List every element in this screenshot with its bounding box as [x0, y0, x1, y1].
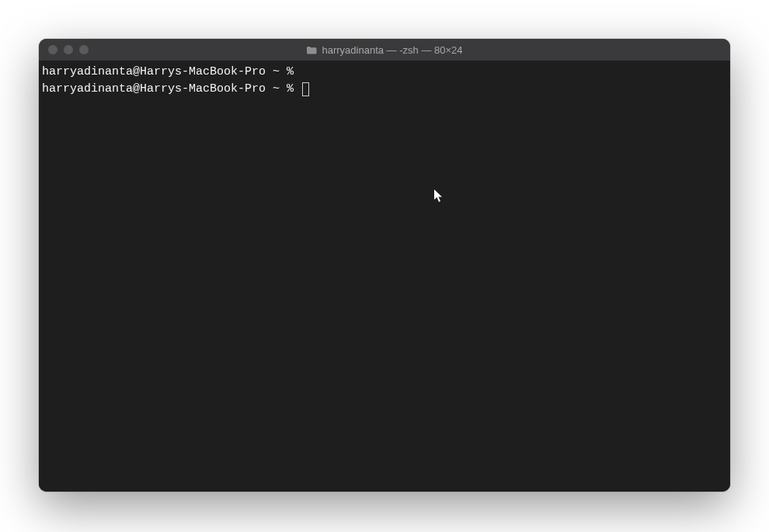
terminal-cursor — [302, 82, 309, 96]
shell-prompt: harryadinanta@Harrys-MacBook-Pro ~ % — [42, 64, 301, 81]
mouse-pointer-icon — [433, 189, 444, 203]
terminal-line: harryadinanta@Harrys-MacBook-Pro ~ % — [42, 81, 727, 98]
maximize-button[interactable] — [79, 45, 89, 54]
title-content: harryadinanta — -zsh — 80×24 — [39, 44, 730, 56]
titlebar[interactable]: harryadinanta — -zsh — 80×24 — [39, 39, 730, 61]
window-title: harryadinanta — -zsh — 80×24 — [322, 44, 462, 56]
traffic-lights — [48, 45, 89, 54]
terminal-body[interactable]: harryadinanta@Harrys-MacBook-Pro ~ % har… — [39, 61, 730, 492]
shell-prompt: harryadinanta@Harrys-MacBook-Pro ~ % — [42, 81, 301, 98]
close-button[interactable] — [48, 45, 57, 54]
terminal-window: harryadinanta — -zsh — 80×24 harryadinan… — [39, 39, 730, 492]
minimize-button[interactable] — [64, 45, 73, 54]
terminal-line: harryadinanta@Harrys-MacBook-Pro ~ % — [42, 64, 727, 81]
folder-icon — [306, 46, 317, 54]
